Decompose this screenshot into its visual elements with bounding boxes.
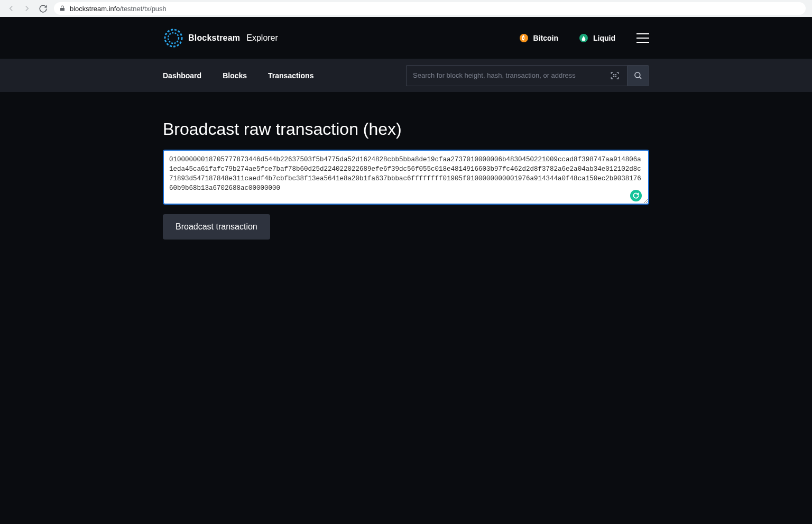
reload-icon[interactable] — [38, 4, 48, 13]
search-button[interactable] — [627, 65, 649, 86]
qr-scan-icon[interactable] — [603, 65, 627, 86]
network-label: Liquid — [593, 34, 615, 42]
brand-sub: Explorer — [246, 33, 278, 43]
search-input[interactable] — [406, 65, 603, 86]
svg-point-6 — [635, 72, 640, 78]
svg-rect-2 — [613, 74, 614, 75]
svg-rect-3 — [615, 74, 616, 75]
brand-name: Blockstream — [188, 33, 240, 43]
grammarly-icon[interactable] — [630, 190, 642, 201]
blockstream-logo-icon — [163, 27, 184, 49]
brand[interactable]: Blockstream Explorer — [163, 27, 278, 49]
page-title: Broadcast raw transaction (hex) — [163, 119, 649, 139]
svg-point-1 — [168, 33, 179, 43]
lock-icon — [59, 5, 66, 12]
svg-rect-5 — [615, 76, 616, 77]
menu-icon[interactable] — [636, 33, 649, 43]
search-bar — [406, 65, 649, 86]
site-header: Blockstream Explorer ₿ Bitcoin Liquid — [0, 17, 812, 59]
back-icon[interactable] — [6, 4, 16, 13]
browser-chrome: blockstream.info/testnet/tx/push — [0, 0, 812, 17]
svg-rect-4 — [613, 76, 614, 77]
url-host: blockstream.info/testnet/tx/push — [70, 5, 167, 13]
nav-blocks[interactable]: Blocks — [223, 71, 247, 80]
subnav: Dashboard Blocks Transactions — [0, 59, 812, 92]
url-bar[interactable]: blockstream.info/testnet/tx/push — [54, 2, 806, 15]
bitcoin-icon: ₿ — [520, 34, 528, 42]
transaction-hex-input[interactable] — [163, 150, 649, 205]
nav-transactions[interactable]: Transactions — [268, 71, 313, 80]
network-liquid[interactable]: Liquid — [579, 34, 615, 42]
broadcast-button[interactable]: Broadcast transaction — [163, 214, 270, 240]
nav-links: Dashboard Blocks Transactions — [163, 71, 313, 80]
liquid-icon — [579, 34, 588, 42]
main-content: Broadcast raw transaction (hex) Broadcas… — [0, 92, 812, 240]
nav-dashboard[interactable]: Dashboard — [163, 71, 201, 80]
network-bitcoin[interactable]: ₿ Bitcoin — [520, 34, 558, 42]
network-label: Bitcoin — [533, 34, 558, 42]
forward-icon[interactable] — [22, 4, 32, 13]
